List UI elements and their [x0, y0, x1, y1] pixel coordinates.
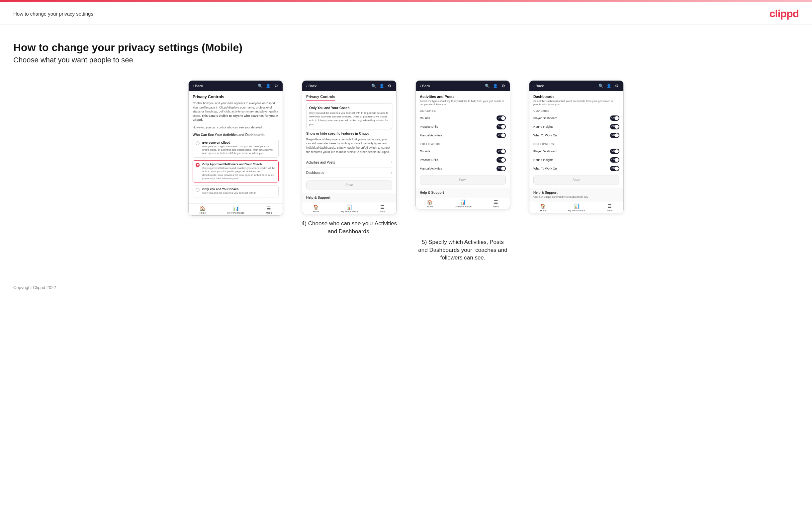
list-dashboards[interactable]: Dashboards › [306, 168, 392, 178]
save-button-3[interactable]: Save [420, 175, 506, 184]
nav-menu-2[interactable]: ☰ Menu [379, 205, 386, 213]
help-title-4: Help & Support [534, 191, 619, 194]
performance-label-3: My Performance [454, 206, 471, 208]
menu-label-3: Menu [493, 206, 499, 208]
nav-icons-4: 🔍 👤 ⚙ [598, 83, 619, 89]
toggle-drills-coach: Practice Drills ON [420, 122, 506, 131]
followers-label-4: FOLLOWERS [534, 143, 619, 146]
performance-label-4: My Performance [568, 209, 585, 212]
search-icon-2[interactable]: 🔍 [371, 83, 376, 89]
toggle-switch-whattowork-coach[interactable]: ON [610, 133, 619, 138]
page-subheading: Choose what you want people to see [13, 56, 799, 64]
header-title: How to change your privacy settings [13, 11, 93, 16]
nav-home-4[interactable]: 🏠 Home [540, 204, 547, 212]
settings-icon[interactable]: ⚙ [273, 83, 278, 89]
radio-label-coach: Only You and Your Coach [202, 187, 256, 191]
help-title-3: Help & Support [420, 191, 506, 194]
toggle-manual-coach: Manual Activities ON [420, 131, 506, 140]
tooltip-title-2: Only You and Your Coach [309, 106, 389, 110]
show-hide-title-2: Show or hide specific features in Clippd [306, 132, 392, 135]
toggle-switch-roundinsights-coach[interactable]: ON [610, 124, 619, 129]
caption-spacer-4 [525, 236, 628, 262]
menu-icon-3: ☰ [494, 200, 498, 205]
dashboards-title-4: Dashboards [534, 95, 619, 99]
nav-performance-3[interactable]: 📊 My Performance [454, 200, 471, 208]
nav-performance-4[interactable]: 📊 My Performance [568, 204, 585, 212]
chevron-dashboards: › [391, 170, 392, 175]
search-icon-4[interactable]: 🔍 [598, 83, 603, 89]
home-label-4: Home [540, 209, 547, 212]
profile-icon[interactable]: 👤 [265, 83, 271, 89]
rounds-label-follower: Rounds [420, 150, 430, 153]
toggle-switch-manual-follower[interactable]: ON [497, 166, 506, 171]
mobile-nav-4: ‹ Back 🔍 👤 ⚙ [529, 80, 623, 91]
back-button-3[interactable]: ‹ Back [420, 84, 430, 88]
home-icon-2: 🏠 [313, 205, 319, 210]
nav-menu-4[interactable]: ☰ Menu [607, 204, 613, 212]
mobile-content-4: Dashboards Select the dashboards that yo… [529, 91, 623, 188]
back-button-1[interactable]: ‹ Back [193, 84, 203, 88]
nav-home-1[interactable]: 🏠 Home [200, 206, 206, 214]
player-label-follower: Player Dashboard [534, 150, 557, 153]
screenshot-group-4: ‹ Back 🔍 👤 ⚙ Dashboards Select the dashb… [525, 80, 628, 220]
coaches-label-4: COACHES [534, 109, 619, 112]
settings-icon-3[interactable]: ⚙ [501, 83, 506, 89]
menu-label-4: Menu [607, 209, 613, 212]
screenshot-group-2: ‹ Back 🔍 👤 ⚙ Privacy Controls Only You a… [298, 80, 401, 236]
screenshot-group-1: ‹ Back 🔍 👤 ⚙ Privacy Controls Control ho… [184, 80, 287, 222]
screenshot-group-3: ‹ Back 🔍 👤 ⚙ Activities and Posts Select… [411, 80, 514, 209]
drills-label-follower: Practice Drills [420, 158, 438, 162]
settings-icon-4[interactable]: ⚙ [614, 83, 619, 89]
chevron-activities: › [391, 160, 392, 165]
toggle-switch-player-coach[interactable]: ON [610, 115, 619, 121]
tooltip-text-2: Only you and the coaches you connect wit… [309, 111, 389, 126]
search-icon-3[interactable]: 🔍 [485, 83, 490, 89]
toggle-switch-drills-follower[interactable]: ON [497, 157, 506, 163]
radio-option-followers[interactable]: Only Approved Followers and Your Coach O… [193, 160, 278, 183]
toggle-switch-rounds-follower[interactable]: ON [497, 149, 506, 154]
nav-performance-1[interactable]: 📊 My Performance [227, 206, 244, 214]
radio-option-coach[interactable]: Only You and Your Coach Only you and the… [193, 185, 278, 197]
nav-home-3[interactable]: 🏠 Home [427, 200, 433, 208]
toggle-switch-drills-coach[interactable]: ON [497, 124, 506, 129]
radio-content-everyone: Everyone on Clippd Everyone on Clippd ca… [202, 141, 276, 155]
radio-desc-everyone: Everyone on Clippd can search for you an… [202, 145, 276, 155]
copyright: Copyright Clippd 2022 [13, 285, 56, 290]
profile-icon-3[interactable]: 👤 [493, 83, 498, 89]
profile-icon-2[interactable]: 👤 [379, 83, 384, 89]
toggle-switch-player-follower[interactable]: ON [610, 149, 619, 154]
profile-icon-4[interactable]: 👤 [606, 83, 611, 89]
toggle-manual-follower: Manual Activities ON [420, 164, 506, 173]
toggle-switch-manual-coach[interactable]: ON [497, 133, 506, 138]
show-hide-text-2: Regardless of the privacy controls that … [306, 137, 392, 154]
captions-row: 5) Specify which Activities, Postsand Da… [13, 236, 799, 262]
home-icon-1: 🏠 [200, 206, 205, 211]
performance-icon-4: 📊 [574, 204, 579, 209]
toggle-switch-whattowork-follower[interactable]: ON [610, 166, 619, 171]
help-support-4: Help & Support Visit our Clippd communit… [529, 188, 623, 201]
settings-icon-2[interactable]: ⚙ [387, 83, 392, 89]
nav-menu-1[interactable]: ☰ Menu [266, 206, 272, 214]
help-title-2: Help & Support [306, 196, 392, 200]
radio-option-everyone[interactable]: Everyone on Clippd Everyone on Clippd ca… [193, 139, 278, 158]
tooltip-card-2: Only You and Your Coach Only you and the… [306, 103, 392, 129]
dashboards-subtext-4: Select the dashboards that you'd like to… [534, 100, 619, 107]
toggle-player-coach: Player Dashboard ON [534, 114, 619, 122]
radio-circle-everyone [196, 142, 200, 145]
back-button-2[interactable]: ‹ Back [306, 84, 316, 88]
toggle-switch-rounds-coach[interactable]: ON [497, 115, 506, 121]
save-button-4[interactable]: Save [534, 175, 619, 184]
list-activities[interactable]: Activities and Posts › [306, 157, 392, 168]
caption-spacer-2 [298, 236, 401, 262]
whattowork-label-follower: What To Work On [534, 167, 557, 170]
search-icon[interactable]: 🔍 [257, 83, 263, 89]
performance-label-1: My Performance [227, 212, 244, 214]
dashboards-label: Dashboards [306, 171, 324, 174]
toggle-switch-roundinsights-follower[interactable]: ON [610, 157, 619, 163]
save-button-2[interactable]: Save [306, 180, 392, 189]
back-button-4[interactable]: ‹ Back [534, 84, 544, 88]
nav-menu-3[interactable]: ☰ Menu [493, 200, 499, 208]
nav-performance-2[interactable]: 📊 My Performance [341, 205, 358, 213]
nav-home-2[interactable]: 🏠 Home [313, 205, 319, 213]
roundinsights-label-coach: Round Insights [534, 125, 553, 128]
